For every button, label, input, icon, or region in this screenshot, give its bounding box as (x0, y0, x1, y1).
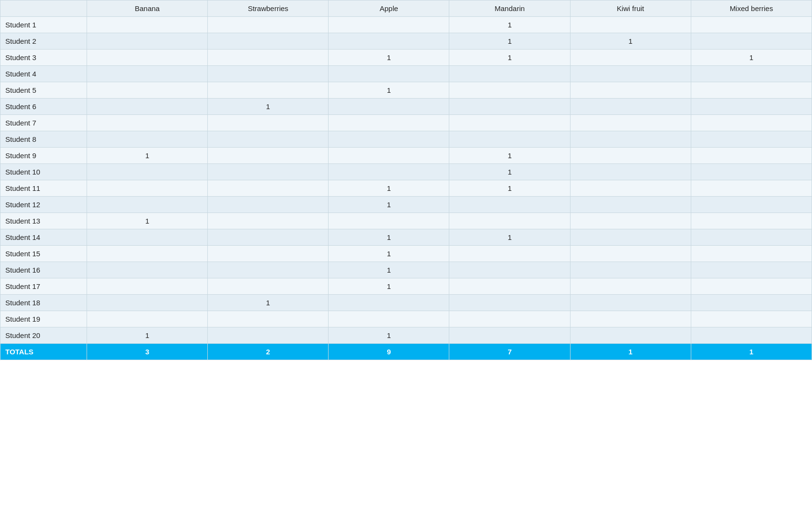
cell-strawberries (208, 33, 329, 50)
cell-apple (329, 115, 449, 131)
cell-kiwi: 1 (570, 33, 691, 50)
table-row: Student 2011 (0, 327, 812, 344)
cell-apple: 1 (329, 197, 449, 213)
table-row: Student 131 (0, 213, 812, 229)
table-row: Student 51 (0, 82, 812, 99)
cell-label: Student 10 (0, 164, 87, 180)
cell-apple: 1 (329, 327, 449, 344)
cell-mandarin (449, 66, 570, 82)
cell-mixed (691, 82, 812, 99)
cell-kiwi (570, 164, 691, 180)
cell-banana (87, 197, 208, 213)
cell-mixed (691, 131, 812, 148)
cell-mixed (691, 197, 812, 213)
cell-mixed (691, 278, 812, 295)
totals-label: TOTALS (0, 344, 87, 360)
cell-strawberries (208, 246, 329, 262)
table-row: Student 8 (0, 131, 812, 148)
header-strawberries: Strawberries (208, 0, 329, 17)
cell-mandarin (449, 99, 570, 115)
cell-mixed (691, 213, 812, 229)
cell-kiwi (570, 66, 691, 82)
header-mixed: Mixed berries (691, 0, 812, 17)
cell-mixed (691, 311, 812, 327)
cell-label: Student 6 (0, 99, 87, 115)
cell-label: Student 9 (0, 148, 87, 164)
cell-mixed (691, 164, 812, 180)
totals-mixed: 1 (691, 344, 812, 360)
cell-kiwi (570, 50, 691, 66)
cell-banana (87, 246, 208, 262)
cell-mandarin (449, 82, 570, 99)
cell-mixed (691, 180, 812, 197)
cell-mandarin: 1 (449, 229, 570, 246)
cell-label: Student 8 (0, 131, 87, 148)
cell-strawberries (208, 311, 329, 327)
cell-mandarin: 1 (449, 164, 570, 180)
cell-mandarin (449, 213, 570, 229)
fruit-table: Banana Strawberries Apple Mandarin Kiwi … (0, 0, 812, 360)
cell-banana: 1 (87, 148, 208, 164)
cell-kiwi (570, 82, 691, 99)
cell-banana: 1 (87, 213, 208, 229)
cell-apple: 1 (329, 180, 449, 197)
cell-label: Student 15 (0, 246, 87, 262)
table-row: Student 101 (0, 164, 812, 180)
cell-strawberries (208, 197, 329, 213)
cell-apple (329, 148, 449, 164)
cell-strawberries (208, 229, 329, 246)
cell-apple (329, 295, 449, 311)
cell-label: Student 3 (0, 50, 87, 66)
cell-mixed (691, 17, 812, 33)
cell-label: Student 16 (0, 262, 87, 278)
cell-mixed (691, 327, 812, 344)
cell-banana (87, 66, 208, 82)
cell-apple: 1 (329, 246, 449, 262)
cell-apple (329, 131, 449, 148)
totals-strawberries: 2 (208, 344, 329, 360)
totals-banana: 3 (87, 344, 208, 360)
cell-kiwi (570, 295, 691, 311)
cell-strawberries (208, 180, 329, 197)
cell-strawberries (208, 131, 329, 148)
cell-strawberries: 1 (208, 295, 329, 311)
header-apple: Apple (329, 0, 449, 17)
cell-apple: 1 (329, 262, 449, 278)
cell-mandarin (449, 295, 570, 311)
cell-mixed (691, 99, 812, 115)
cell-kiwi (570, 262, 691, 278)
cell-kiwi (570, 180, 691, 197)
cell-mandarin (449, 115, 570, 131)
table-row: Student 61 (0, 99, 812, 115)
cell-label: Student 14 (0, 229, 87, 246)
cell-kiwi (570, 131, 691, 148)
totals-apple: 9 (329, 344, 449, 360)
cell-kiwi (570, 115, 691, 131)
cell-strawberries (208, 164, 329, 180)
cell-apple (329, 311, 449, 327)
totals-kiwi: 1 (570, 344, 691, 360)
cell-banana (87, 50, 208, 66)
cell-kiwi (570, 246, 691, 262)
cell-label: Student 18 (0, 295, 87, 311)
cell-mandarin (449, 246, 570, 262)
cell-label: Student 17 (0, 278, 87, 295)
header-banana: Banana (87, 0, 208, 17)
cell-banana (87, 311, 208, 327)
header-student (0, 0, 87, 17)
cell-mandarin: 1 (449, 180, 570, 197)
table-row: Student 1411 (0, 229, 812, 246)
table-row: Student 4 (0, 66, 812, 82)
cell-apple (329, 33, 449, 50)
cell-banana (87, 229, 208, 246)
cell-apple: 1 (329, 229, 449, 246)
cell-banana (87, 164, 208, 180)
cell-kiwi (570, 17, 691, 33)
header-row: Banana Strawberries Apple Mandarin Kiwi … (0, 0, 812, 17)
cell-kiwi (570, 229, 691, 246)
cell-banana (87, 180, 208, 197)
cell-kiwi (570, 327, 691, 344)
cell-label: Student 2 (0, 33, 87, 50)
cell-banana (87, 17, 208, 33)
table-row: Student 7 (0, 115, 812, 131)
